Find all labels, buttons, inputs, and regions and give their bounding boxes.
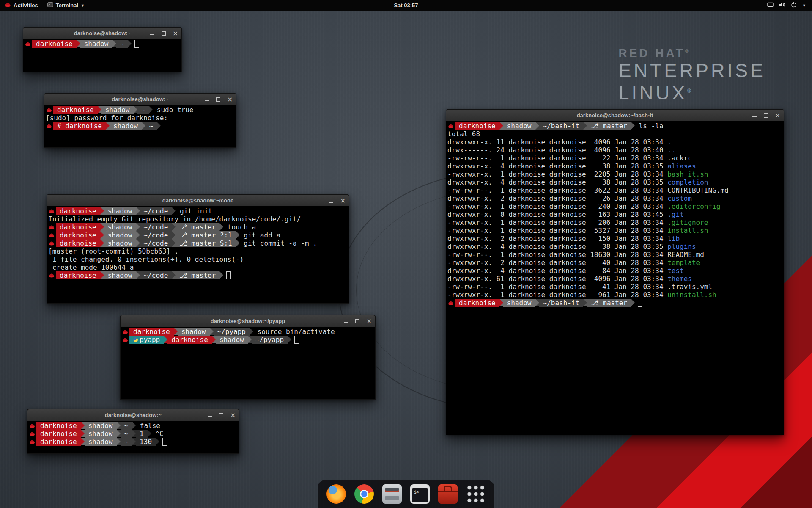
terminal-line: total 68 xyxy=(447,130,784,138)
minimize-button[interactable] xyxy=(752,113,757,118)
prompt-segment-user: darknoise xyxy=(56,271,100,279)
system-menu[interactable]: ▼ xyxy=(765,0,809,11)
maximize-button[interactable] xyxy=(329,198,334,203)
prompt-segment-host: shadow xyxy=(80,40,112,48)
minimize-button[interactable] xyxy=(207,413,212,418)
terminal-cursor xyxy=(162,438,167,446)
maximize-button[interactable] xyxy=(161,31,166,36)
terminal-body[interactable]: darknoiseshadow~/code git initInitialize… xyxy=(47,206,349,303)
terminal-text: sudo true xyxy=(153,106,193,114)
prompt-segment-user: darknoise xyxy=(53,106,98,114)
terminal-text: drwxrwxr-x. 4 darknoise darknoise 84 Jan… xyxy=(447,267,667,275)
maximize-button[interactable] xyxy=(763,113,768,118)
terminal-line: -rwxrwxr-x. 2 darknoise darknoise 40 Jan… xyxy=(447,259,784,267)
powerline-arrow-icon xyxy=(288,336,291,343)
powerline-arrow-icon xyxy=(132,430,136,437)
terminal-cursor xyxy=(164,122,168,130)
toolbox-icon xyxy=(438,484,458,504)
window-titlebar[interactable]: darknoise@shadow:~/pyapp× xyxy=(121,315,375,327)
prompt-segment-git: ⎇ master xyxy=(587,299,631,307)
powerline-arrow-icon xyxy=(100,271,104,279)
dock-files[interactable] xyxy=(382,484,402,504)
maximize-button[interactable] xyxy=(219,413,224,418)
prompt-segment-host: shadow xyxy=(85,430,117,438)
terminal-line: [sudo] password for darknoise: xyxy=(46,114,236,122)
activities-label: Activities xyxy=(14,2,38,8)
redhat-prompt-icon xyxy=(122,328,129,336)
prompt-segment-git: ⎇ master xyxy=(176,271,219,279)
prompt-segment-path: ~ xyxy=(145,122,157,130)
terminal-text: test xyxy=(667,267,684,275)
window-titlebar[interactable]: darknoise@shadow:~× xyxy=(27,409,239,421)
terminal-body[interactable]: darknoiseshadow~ xyxy=(23,39,181,72)
terminal-line: darknoiseshadow~/bash-it⎇ master ls -la xyxy=(447,122,784,130)
close-button[interactable]: × xyxy=(173,31,178,36)
terminal-text: -rwxrwxr-x. 2 darknoise darknoise 40 Jan… xyxy=(447,259,667,267)
window-titlebar[interactable]: darknoise@shadow:~/code× xyxy=(47,195,349,207)
terminal-text: Initialized empty Git repository in /hom… xyxy=(48,215,301,223)
terminal-line: darknoiseshadow~1 ^C xyxy=(29,430,239,438)
window-titlebar[interactable]: darknoise@shadow:~× xyxy=(23,28,181,39)
terminal-cursor xyxy=(134,40,139,48)
redhat-prompt-icon xyxy=(122,336,129,344)
dock-toolbox[interactable] xyxy=(438,484,458,504)
maximize-button[interactable] xyxy=(216,97,221,102)
terminal-line: darknoiseshadow~ xyxy=(25,40,181,48)
dock-firefox[interactable] xyxy=(326,484,346,504)
terminal-body[interactable]: darknoiseshadow~ sudo true[sudo] passwor… xyxy=(44,105,236,147)
dock-app-grid[interactable] xyxy=(466,484,486,504)
dock-terminal[interactable]: $> xyxy=(410,484,430,504)
terminal-body[interactable]: darknoiseshadow~ falsedarknoiseshadow~1 … xyxy=(27,421,239,453)
terminal-line: 1 file changed, 0 insertions(+), 0 delet… xyxy=(48,255,349,263)
redhat-prompt-icon xyxy=(447,122,455,130)
prompt-segment-venv: pyapp xyxy=(129,336,164,344)
close-button[interactable]: × xyxy=(230,413,235,418)
terminal-body[interactable]: darknoiseshadow~/bash-it⎇ master ls -lat… xyxy=(446,121,784,435)
terminal-line: pyappdarknoiseshadow~/pyapp xyxy=(122,336,375,344)
window-title: darknoise@shadow:~/code xyxy=(47,197,349,204)
activities-button[interactable]: Activities xyxy=(0,0,43,11)
terminal-line: drwxrwxr-x. 4 darknoise darknoise 84 Jan… xyxy=(447,267,784,275)
terminal-body[interactable]: darknoiseshadow~/pyapp source bin/activa… xyxy=(121,327,375,399)
minimize-button[interactable] xyxy=(204,97,209,102)
powerline-arrow-icon xyxy=(100,231,104,239)
terminal-window: darknoise@shadow:~×darknoiseshadow~ sudo… xyxy=(44,93,236,148)
terminal-line: -rwxrwxr-x. 1 darknoise darknoise 5327 J… xyxy=(447,226,784,235)
rhel-logo-enterprise: ENTERPRISE xyxy=(618,61,765,81)
clock[interactable]: Sat 03:57 xyxy=(394,2,418,8)
maximize-button[interactable] xyxy=(355,319,360,324)
prompt-segment-user: darknoise xyxy=(56,223,100,231)
terminal-line: drwxrwxr-x. 8 darknoise darknoise 163 Ja… xyxy=(447,210,784,218)
terminal-line: darknoiseshadow~/code⎇ master touch a xyxy=(48,223,349,231)
powerline-arrow-icon xyxy=(172,231,176,239)
minimize-button[interactable] xyxy=(317,198,322,203)
window-titlebar[interactable]: darknoise@shadow:~× xyxy=(44,94,236,105)
minimize-button[interactable] xyxy=(343,319,348,324)
chevron-down-icon: ▼ xyxy=(802,3,806,8)
close-button[interactable]: × xyxy=(366,319,371,324)
minimize-button[interactable] xyxy=(150,31,155,36)
window-titlebar[interactable]: darknoise@shadow:~/bash-it× xyxy=(446,110,784,121)
terminal-text: -rw-rw-r--. 1 darknoise darknoise 41 Jan… xyxy=(447,283,667,291)
prompt-segment-path: ~/code xyxy=(140,207,172,215)
terminal-icon-glyph: $> xyxy=(414,490,419,495)
terminal-cursor xyxy=(294,336,299,344)
prompt-segment-host: shadow xyxy=(178,328,210,336)
prompt-segment-path: ~/pyapp xyxy=(214,328,250,336)
dock-chrome[interactable] xyxy=(354,484,374,504)
powerline-arrow-icon xyxy=(81,430,85,437)
powerline-arrow-icon xyxy=(583,299,587,306)
terminal-line: -rwxrwxr-x. 1 darknoise darknoise 240 Ja… xyxy=(447,202,784,210)
terminal-line: drwxrwxr-x. 4 darknoise darknoise 38 Jan… xyxy=(447,178,784,186)
redhat-prompt-icon xyxy=(46,122,53,130)
close-button[interactable]: × xyxy=(775,113,780,118)
terminal-line: darknoiseshadow~/code⎇ master ?:1 git ad… xyxy=(48,231,349,239)
prompt-segment-user: darknoise xyxy=(56,239,100,247)
powerline-arrow-icon xyxy=(631,122,635,130)
terminal-line: -rw-rw-r--. 1 darknoise darknoise 22 Jan… xyxy=(447,154,784,162)
prompt-segment-host: shadow xyxy=(85,438,117,446)
prompt-segment-path: ~/bash-it xyxy=(539,299,584,307)
app-menu-terminal[interactable]: Terminal ▼ xyxy=(43,0,89,11)
close-button[interactable]: × xyxy=(340,198,345,203)
close-button[interactable]: × xyxy=(227,97,232,102)
